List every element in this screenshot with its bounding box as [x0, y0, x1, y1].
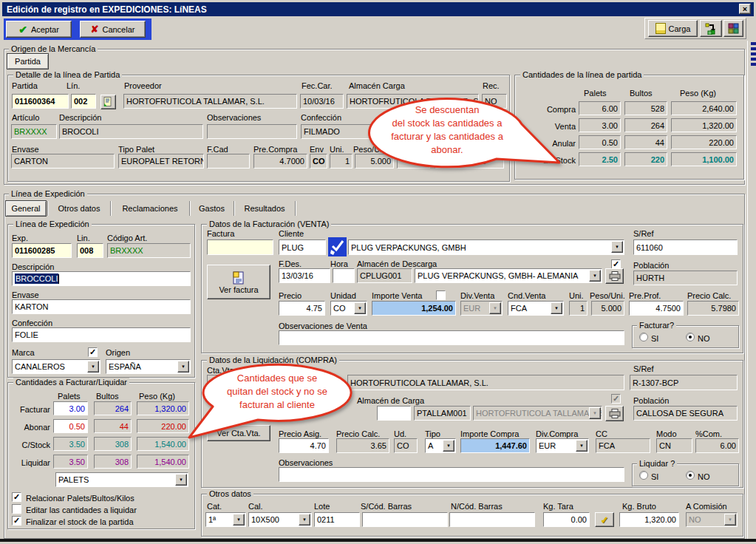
cliente-codigo-field[interactable]: PLUG — [279, 239, 326, 255]
confeccion-field[interactable]: FOLIE — [12, 327, 191, 342]
tab-partida[interactable]: Partida — [7, 53, 49, 69]
origen-group-title: Origen de la Mercancía — [9, 44, 98, 53]
hora-field[interactable] — [333, 268, 355, 283]
tipo-palet-field: EUROPALET RETORN — [118, 154, 204, 169]
dropdown-arrow-icon[interactable]: ▼ — [611, 241, 623, 253]
tab-otros-datos-label: Otros datos — [58, 204, 101, 213]
carga-button[interactable]: Carga — [648, 20, 698, 37]
ncod-field[interactable] — [449, 512, 535, 527]
modo-label: Modo — [656, 429, 677, 438]
confeccion2-label: Confección — [12, 319, 52, 327]
modules-button[interactable] — [723, 20, 743, 37]
modules-icon — [728, 23, 739, 34]
accept-button[interactable]: ✔ Aceptar — [6, 21, 72, 38]
partida-field[interactable]: 011600364 — [12, 94, 69, 109]
rec-label: Rec. — [483, 81, 500, 90]
abonar-palets-field[interactable]: 0.50 — [53, 419, 88, 433]
preprof-field[interactable]: 4.7500 — [629, 301, 684, 316]
print-compra-button[interactable] — [605, 406, 624, 421]
almacen-carga-label: Almacén Carga — [349, 81, 405, 90]
unidad-label: Unidad — [330, 291, 356, 300]
carga-icon — [655, 23, 666, 34]
enstock-bultos-field: 220 — [624, 152, 667, 166]
relacionar-checkbox[interactable]: ✓ — [12, 492, 21, 502]
precio-field[interactable]: 4.75 — [279, 301, 325, 316]
dropdown-arrow-icon[interactable]: ▼ — [175, 474, 187, 486]
row-abonar-label: Abonar — [6, 423, 50, 432]
yellow-check-icon: ✓ — [601, 514, 609, 526]
sref-venta-field[interactable]: 611060 — [633, 239, 738, 255]
tab-otros-datos[interactable]: Otros datos — [49, 200, 109, 217]
unidad-combo[interactable]: CO▼ — [330, 301, 367, 316]
envase2-label: Envase — [12, 290, 39, 299]
descripcion-field[interactable]: BROCCOLI — [12, 271, 191, 286]
finalizar-checkbox[interactable]: ✓ — [12, 516, 21, 526]
dropdown-arrow-icon[interactable]: ▼ — [354, 302, 366, 314]
dropdown-arrow-icon[interactable]: ▼ — [551, 302, 562, 314]
lin2-field[interactable]: 008 — [77, 243, 103, 258]
cat-combo[interactable]: 1ª▼ — [205, 512, 246, 527]
partida-edit-button[interactable] — [101, 95, 116, 109]
dropdown-arrow-icon[interactable]: ▼ — [589, 270, 601, 282]
lote-field[interactable]: 0211 — [314, 512, 360, 527]
ver-factura-button[interactable]: Ver factura — [207, 265, 270, 299]
cliente-select-icon[interactable] — [328, 237, 347, 256]
facturar-palets-field[interactable]: 3.00 — [53, 401, 88, 415]
carga-label: Carga — [669, 24, 691, 33]
facturar-si-radio[interactable] — [639, 333, 648, 341]
tab-separator — [295, 201, 296, 216]
dropdown-arrow-icon[interactable]: ▼ — [299, 514, 310, 526]
cndventa-combo[interactable]: FCA▼ — [508, 301, 564, 316]
marca-checkbox[interactable]: ✓ — [88, 347, 98, 357]
liquidar-label: Liquidar ? — [637, 459, 677, 468]
cal-combo[interactable]: 10X500▼ — [248, 512, 312, 527]
fdes-field[interactable]: 13/03/16 — [279, 268, 330, 283]
dropdown-arrow-icon[interactable]: ▼ — [233, 514, 245, 526]
exp-field[interactable]: 011600285 — [12, 243, 72, 258]
title-bar: Edición de registro en EXPEDICIONES: LíN… — [2, 2, 754, 16]
transfer-button[interactable] — [700, 20, 722, 37]
tara-check-button[interactable]: ✓ — [595, 512, 614, 527]
dropdown-arrow-icon[interactable]: ▼ — [576, 440, 588, 452]
cliente-combo[interactable]: PLUG VERPACKUNGS, GMBH▼ — [348, 239, 624, 255]
liquidar-no-radio[interactable] — [686, 471, 695, 480]
tab-general[interactable]: General — [5, 200, 47, 217]
obs-venta-field[interactable] — [279, 330, 624, 345]
kgbruto-field[interactable]: 1,320.00 — [619, 512, 679, 527]
cancel-button[interactable]: ✘ Cancelar — [80, 21, 146, 38]
tab-gastos[interactable]: Gastos — [191, 200, 233, 217]
obs-compra-field[interactable] — [279, 467, 624, 482]
acomision-combo: NO▼ — [686, 512, 738, 527]
unidad-liquidar-combo[interactable]: PALETS▼ — [55, 472, 188, 487]
divcompra-combo[interactable]: EUR▼ — [536, 438, 589, 453]
edge-mark — [751, 47, 756, 50]
tab-reclamaciones[interactable]: Reclamaciones — [112, 200, 188, 217]
print-venta-button[interactable] — [605, 268, 624, 284]
envase-field[interactable]: KARTON — [12, 299, 191, 314]
close-button[interactable]: × — [739, 4, 751, 14]
dropdown-arrow-icon[interactable]: ▼ — [443, 440, 454, 452]
lin-field[interactable]: 002 — [71, 94, 96, 109]
observaciones-detalle-field — [207, 124, 297, 139]
uni-detalle-field: 1 — [330, 154, 353, 169]
tipo-combo[interactable]: A▼ — [425, 438, 456, 453]
scod-field[interactable] — [362, 512, 448, 527]
origen-label: Origen — [106, 348, 130, 357]
dropdown-arrow-icon[interactable]: ▼ — [87, 361, 99, 373]
col-peso-label: Peso (Kg) — [680, 89, 716, 98]
facturar-no-radio[interactable] — [686, 333, 695, 341]
factura-field[interactable] — [207, 239, 273, 255]
edit-document-icon — [103, 97, 113, 107]
importe-venta-checkbox[interactable] — [436, 290, 446, 300]
cc-label: CC — [596, 429, 607, 438]
edge-mark — [751, 58, 756, 61]
almacen-descarga-combo[interactable]: PLUG VERPACKUNGS, GMBH- ALEMANIA▼ — [415, 268, 602, 283]
window-bottom-edge — [0, 539, 756, 542]
tab-resultados[interactable]: Resultados — [235, 200, 294, 217]
liquidar-si-radio[interactable] — [639, 471, 648, 480]
divventa-combo: EUR▼ — [460, 301, 503, 316]
marca-combo[interactable]: CANALEROS▼ — [12, 359, 101, 374]
editar-checkbox[interactable] — [12, 504, 21, 514]
almacen-compra-input[interactable] — [377, 406, 411, 421]
kgtara-field[interactable]: 0.00 — [543, 512, 590, 527]
